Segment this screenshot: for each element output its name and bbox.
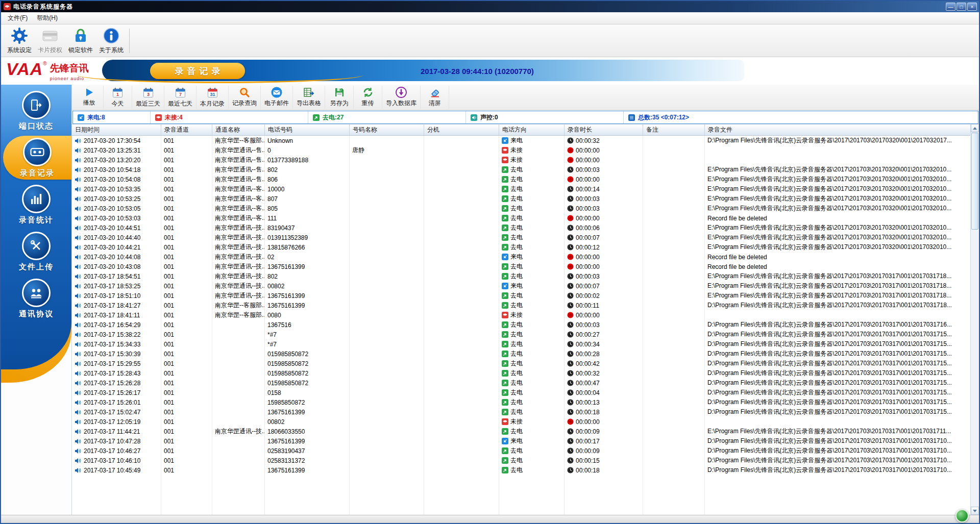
- table-row[interactable]: 2017-03-17 15:28:43001015985850872去电00:0…: [72, 368, 970, 378]
- cell-duration: 00:00:00: [565, 310, 643, 320]
- table-row[interactable]: 2017-03-17 15:38:22001*#7去电00:00:27D:\Pr…: [72, 330, 970, 339]
- table-row[interactable]: 2017-03-17 10:47:2800113675161399来电00:00…: [72, 436, 970, 446]
- action-button-last-7-days[interactable]: 7最近七天: [164, 86, 197, 109]
- column-header-number-name[interactable]: 号码名称: [350, 124, 424, 135]
- sidebar-item-file-upload[interactable]: 文件上传: [1, 230, 71, 273]
- action-button-save-as[interactable]: 另存为: [325, 86, 354, 109]
- table-row[interactable]: 2017-03-20 10:54:08001南京华罡通讯--售...806去电0…: [72, 174, 970, 184]
- action-button-clear-screen[interactable]: 清屏: [421, 86, 449, 109]
- sidebar-item-protocol[interactable]: 通讯协议: [1, 277, 71, 320]
- tab-recording-records[interactable]: 录音记录: [150, 63, 245, 79]
- sidebar-item-recording-records[interactable]: 录音记录: [3, 136, 71, 180]
- table-row[interactable]: 2017-03-17 15:26:0100115985850872去电00:00…: [72, 397, 970, 407]
- cell-note: [643, 184, 705, 194]
- cell-file: D:\Program Files\先锋音讯(北京)云录音服务器\2017\201…: [705, 465, 970, 475]
- menu-file[interactable]: 文件(F): [3, 12, 32, 24]
- table-row[interactable]: 2017-03-17 11:44:21001南京华罡通讯--技...180660…: [72, 427, 970, 436]
- table-row[interactable]: 2017-03-17 10:45:4900113675161399去电00:00…: [72, 465, 970, 475]
- outgoing-call-icon: [502, 370, 508, 377]
- table-row[interactable]: 2017-03-20 10:43:08001南京华罡通讯--技...136751…: [72, 262, 970, 271]
- column-header-datetime[interactable]: 日期时间: [72, 124, 161, 135]
- action-button-last-3-days[interactable]: 3最近三天: [132, 86, 164, 109]
- cell-note: [643, 242, 705, 252]
- toolbar-button-about-system[interactable]: 关于系统: [96, 26, 127, 56]
- table-row[interactable]: 2017-03-20 10:44:40001南京华罡通讯--技...013911…: [72, 233, 970, 242]
- sidebar-item-port-status[interactable]: 端口状态: [1, 89, 71, 133]
- window-title: 电话录音系统服务器: [13, 3, 73, 11]
- cell-extension: [424, 184, 499, 194]
- table-row[interactable]: 2017-03-20 10:53:03001南京华罡通讯--客...111去电0…: [72, 213, 970, 223]
- table-row[interactable]: 2017-03-17 15:02:4700113675161399去电00:00…: [72, 407, 970, 417]
- table-row[interactable]: 2017-03-17 18:54:51001南京华罡通讯--技...802去电0…: [72, 271, 970, 281]
- column-header-direction[interactable]: 电话方向: [499, 124, 565, 135]
- toolbar-button-lock-software[interactable]: 锁定软件: [65, 26, 96, 56]
- column-header-duration[interactable]: 录音时长: [565, 124, 643, 135]
- action-button-month-records[interactable]: 31本月记录: [197, 86, 229, 109]
- scroll-up-button[interactable]: [971, 124, 979, 132]
- scroll-track[interactable]: [971, 230, 979, 507]
- cell-duration: 00:00:03: [565, 194, 643, 204]
- scroll-down-button[interactable]: [971, 507, 979, 515]
- sidebar-item-recording-stats[interactable]: 录音统计: [1, 183, 71, 227]
- play-icon: [84, 87, 94, 97]
- column-header-channel-name[interactable]: 通道名称: [212, 124, 265, 135]
- duration-clock-icon: [567, 447, 574, 454]
- table-row[interactable]: 2017-03-20 10:53:25001南京华罡通讯--客...807去电0…: [72, 194, 970, 204]
- action-button-export-table[interactable]: 导出表格: [293, 86, 325, 109]
- action-button-import-database[interactable]: 导入数据库: [382, 86, 421, 109]
- action-button-record-query[interactable]: 记录查询: [229, 86, 261, 109]
- table-header: 日期时间录音通道通道名称电话号码号码名称分机电话方向录音时长备注录音文件: [72, 124, 970, 136]
- table-row[interactable]: 2017-03-20 17:30:54001南京华罡--客服部...Unknow…: [72, 136, 970, 145]
- table-row[interactable]: 2017-03-20 10:44:51001南京华罡通讯--技...831904…: [72, 223, 970, 233]
- action-button-retransmit[interactable]: 重传: [354, 86, 382, 109]
- table-row[interactable]: 2017-03-17 15:26:28001015985850872去电00:0…: [72, 378, 970, 388]
- table-row[interactable]: 2017-03-20 10:44:08001南京华罡通讯--技...02来电00…: [72, 252, 970, 262]
- cell-extension: [424, 359, 499, 368]
- table-row[interactable]: 2017-03-20 10:54:18001南京华罡通讯--售...802去电0…: [72, 165, 970, 174]
- column-header-extension[interactable]: 分机: [424, 124, 499, 135]
- action-button-today[interactable]: 1今天: [104, 86, 132, 109]
- notification-badge[interactable]: [955, 509, 969, 522]
- menu-help[interactable]: 帮助(H): [32, 12, 62, 24]
- table-row[interactable]: 2017-03-20 10:44:21001南京华罡通讯--技...138158…: [72, 242, 970, 252]
- column-header-note[interactable]: 备注: [643, 124, 705, 135]
- table-row[interactable]: 2017-03-17 18:53:25001南京华罡通讯--技...00802来…: [72, 281, 970, 291]
- cell-channel-name: 南京华罡通讯--客...: [212, 194, 265, 204]
- scroll-thumb[interactable]: [971, 133, 978, 230]
- maximize-button[interactable]: □: [957, 3, 966, 11]
- close-button[interactable]: ×: [967, 3, 977, 11]
- table-row[interactable]: 2017-03-17 10:46:2700102583190437去电00:00…: [72, 446, 970, 456]
- minimize-button[interactable]: —: [946, 3, 955, 11]
- action-button-email[interactable]: 电子邮件: [261, 86, 293, 109]
- import-db-icon: [396, 87, 407, 98]
- table-row[interactable]: 2017-03-17 15:30:39001015985850872去电00:0…: [72, 349, 970, 359]
- column-header-phone-number[interactable]: 电话号码: [265, 124, 350, 135]
- cell-channel: 001: [161, 213, 212, 223]
- table-row[interactable]: 2017-03-17 18:41:27001南京华罡--客服部...136751…: [72, 301, 970, 310]
- table-row[interactable]: 2017-03-17 18:51:10001南京华罡通讯--技...136751…: [72, 291, 970, 301]
- vertical-scrollbar[interactable]: [970, 124, 979, 515]
- cell-direction: 去电: [499, 194, 565, 204]
- cell-channel-name: 南京华罡通讯--客...: [212, 213, 265, 223]
- table-row[interactable]: 2017-03-20 13:25:31001南京华罡通讯--售...0唐静未接0…: [72, 145, 970, 155]
- table-row[interactable]: 2017-03-17 15:29:55001015985850872去电00:0…: [72, 359, 970, 368]
- toolbar-button-card-authorization[interactable]: 卡片授权: [35, 26, 65, 56]
- table-row[interactable]: 2017-03-20 10:53:05001南京华罡通讯--客...805去电0…: [72, 204, 970, 213]
- table-row[interactable]: 2017-03-17 15:26:170010158去电00:00:04D:\P…: [72, 388, 970, 397]
- cell-extension: [424, 213, 499, 223]
- action-button-play[interactable]: 播放: [75, 86, 104, 109]
- column-header-channel[interactable]: 录音通道: [161, 124, 212, 135]
- column-header-file[interactable]: 录音文件: [705, 124, 970, 135]
- table-row[interactable]: 2017-03-20 13:20:20001南京华罡通讯--售...013773…: [72, 155, 970, 165]
- cell-channel: 001: [161, 136, 212, 145]
- table-row[interactable]: 2017-03-17 12:05:1900100802未接00:00:00: [72, 417, 970, 427]
- table-row[interactable]: 2017-03-17 18:41:11001南京华罡--客服部...0080未接…: [72, 310, 970, 320]
- table-row[interactable]: 2017-03-17 16:54:290011367516去电00:00:03D…: [72, 320, 970, 330]
- table-row[interactable]: 2017-03-17 15:34:33001*#7去电00:00:34D:\Pr…: [72, 339, 970, 349]
- table-row[interactable]: 2017-03-20 10:53:35001南京华罡通讯--客...10000去…: [72, 184, 970, 194]
- speaker-icon: [75, 186, 82, 192]
- cell-channel: 001: [161, 446, 212, 456]
- table-row[interactable]: 2017-03-17 10:46:1000102583131372去电00:00…: [72, 456, 970, 465]
- toolbar-button-system-settings[interactable]: 系统设定: [4, 26, 35, 56]
- cell-duration: 00:00:28: [565, 349, 643, 359]
